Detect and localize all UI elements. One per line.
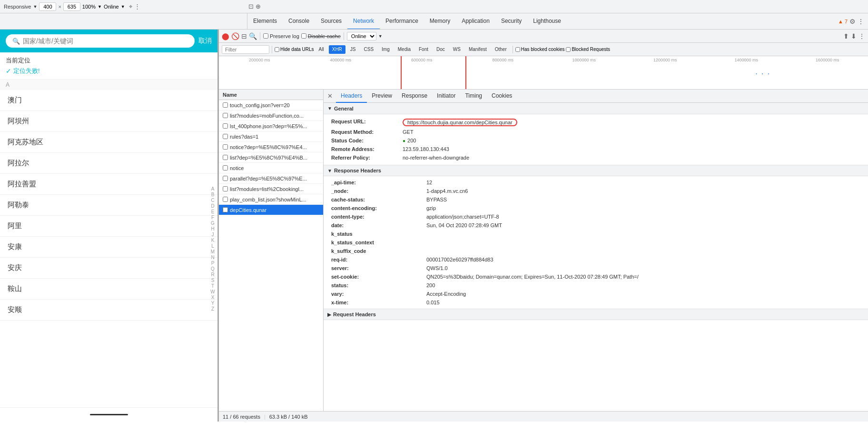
request-checkbox[interactable]: [223, 186, 228, 191]
tab-lighthouse[interactable]: Lighthouse: [527, 13, 567, 29]
request-item[interactable]: touch_config.json?ver=20: [219, 100, 323, 111]
alpha-c[interactable]: C: [211, 198, 214, 203]
alpha-z[interactable]: Z: [211, 306, 214, 311]
alpha-g[interactable]: G: [211, 221, 215, 226]
request-item[interactable]: notice?dep=%E5%8C%97%E4...: [219, 142, 323, 152]
has-blocked-cookies-checkbox[interactable]: Has blocked cookies: [515, 47, 565, 52]
request-item[interactable]: parallel?dep=%E5%8C%97%E...: [219, 173, 323, 184]
response-headers-section-header[interactable]: ▼ Response Headers: [324, 165, 868, 176]
request-item[interactable]: list?modules=mobFunction,co...: [219, 111, 323, 121]
tab-network[interactable]: Network: [347, 13, 380, 29]
request-checkbox[interactable]: [223, 155, 228, 160]
search-icon-net[interactable]: 🔍: [249, 32, 257, 40]
alpha-r[interactable]: R: [211, 272, 214, 277]
request-item[interactable]: lst_400phone.json?dep=%E5%...: [219, 121, 323, 131]
filter-js-btn[interactable]: JS: [347, 45, 359, 54]
request-item[interactable]: notice: [219, 163, 323, 173]
city-item[interactable]: 安顺: [0, 300, 217, 321]
request-checkbox[interactable]: [223, 123, 228, 129]
city-item[interactable]: 阿拉善盟: [0, 174, 217, 195]
detail-tab-response[interactable]: Response: [397, 90, 432, 103]
city-item[interactable]: 安庆: [0, 258, 217, 279]
alpha-n[interactable]: N: [211, 255, 214, 260]
disable-cache-checkbox[interactable]: Disable cache: [301, 33, 341, 39]
filter-icon[interactable]: ⊟: [241, 32, 247, 40]
city-item[interactable]: 澳门: [0, 90, 217, 111]
alpha-t[interactable]: T: [211, 283, 214, 289]
alpha-j[interactable]: J: [212, 232, 214, 237]
hide-data-urls-checkbox[interactable]: Hide data URLs: [275, 47, 314, 52]
alpha-b[interactable]: B: [211, 192, 215, 197]
search-input[interactable]: [23, 37, 188, 45]
alpha-k[interactable]: K: [211, 238, 215, 243]
throttle-select[interactable]: Online: [347, 32, 376, 40]
city-item[interactable]: 鞍山: [0, 279, 217, 300]
request-item[interactable]: depCities.qunar: [219, 205, 323, 215]
tab-application[interactable]: Application: [456, 13, 495, 29]
alpha-a[interactable]: A: [211, 186, 215, 191]
general-section-header[interactable]: ▼ General: [324, 103, 868, 114]
filter-img-btn[interactable]: Img: [378, 45, 393, 54]
request-checkbox[interactable]: [223, 102, 228, 108]
close-detail-icon[interactable]: ✕: [326, 92, 334, 100]
alpha-f[interactable]: F: [211, 215, 214, 220]
alpha-e[interactable]: E: [211, 209, 215, 214]
detail-tab-preview[interactable]: Preview: [367, 90, 397, 103]
request-item[interactable]: rules?das=1: [219, 131, 323, 142]
alpha-p[interactable]: P: [211, 261, 215, 266]
filter-other-btn[interactable]: Other: [492, 45, 510, 54]
blocked-requests-checkbox[interactable]: Blocked Requests: [566, 47, 610, 52]
more-devtools-icon[interactable]: ⋮: [858, 18, 864, 25]
request-checkbox[interactable]: [223, 197, 228, 202]
alpha-d[interactable]: D: [211, 203, 214, 209]
request-checkbox[interactable]: [223, 134, 228, 139]
alpha-m[interactable]: M: [211, 249, 215, 254]
tab-elements[interactable]: Elements: [247, 13, 283, 29]
request-headers-section-header[interactable]: ▶ Request Headers: [324, 309, 868, 320]
filter-media-btn[interactable]: Media: [395, 45, 414, 54]
record-icon[interactable]: ⬤: [222, 32, 229, 40]
bookmark-icon[interactable]: ⌖: [129, 3, 132, 10]
city-item[interactable]: 阿克苏地区: [0, 132, 217, 153]
filter-xhr-btn[interactable]: XHR: [329, 45, 345, 54]
width-input[interactable]: [39, 2, 56, 11]
zoom-label[interactable]: 100%: [82, 4, 96, 10]
detail-tab-timing[interactable]: Timing: [460, 90, 487, 103]
tab-sources[interactable]: Sources: [315, 13, 347, 29]
request-checkbox[interactable]: [223, 165, 228, 171]
dock-icon[interactable]: ⊡: [248, 3, 254, 10]
settings-icon[interactable]: ⚙: [849, 18, 856, 25]
city-item[interactable]: 阿拉尔: [0, 153, 217, 174]
request-checkbox[interactable]: [223, 176, 228, 181]
request-item[interactable]: list?modules=list%2Cbookingl...: [219, 184, 323, 194]
more-net-icon[interactable]: ⋮: [858, 32, 865, 40]
request-checkbox[interactable]: [223, 207, 228, 212]
detail-tab-cookies[interactable]: Cookies: [487, 90, 517, 103]
city-item[interactable]: 阿里: [0, 216, 217, 237]
height-input[interactable]: [63, 2, 80, 11]
alpha-l[interactable]: L: [211, 243, 214, 249]
filter-manifest-btn[interactable]: Manifest: [465, 45, 490, 54]
export-icon[interactable]: ⬇: [851, 32, 857, 40]
alpha-y[interactable]: Y: [211, 301, 215, 306]
clear-icon[interactable]: 🚫: [231, 32, 239, 40]
alpha-h[interactable]: H: [211, 226, 214, 231]
request-checkbox[interactable]: [223, 144, 228, 150]
alpha-s[interactable]: S: [211, 278, 215, 283]
tab-console[interactable]: Console: [283, 13, 315, 29]
tab-performance[interactable]: Performance: [380, 13, 424, 29]
alpha-w[interactable]: W: [210, 289, 215, 294]
filter-all-btn[interactable]: All: [316, 45, 327, 54]
tab-security[interactable]: Security: [495, 13, 527, 29]
city-item[interactable]: 阿勒泰: [0, 195, 217, 216]
alpha-q[interactable]: Q: [211, 266, 215, 271]
request-item[interactable]: play_comb_list.json?showMinL...: [219, 194, 323, 205]
filter-input[interactable]: [222, 45, 269, 54]
filter-font-btn[interactable]: Font: [415, 45, 432, 54]
preserve-log-checkbox[interactable]: Preserve log: [263, 33, 299, 39]
request-checkbox[interactable]: [223, 113, 228, 118]
cancel-button[interactable]: 取消: [198, 37, 212, 45]
detail-tab-initiator[interactable]: Initiator: [432, 90, 460, 103]
filter-doc-btn[interactable]: Doc: [433, 45, 448, 54]
online-label[interactable]: Online: [104, 4, 119, 10]
